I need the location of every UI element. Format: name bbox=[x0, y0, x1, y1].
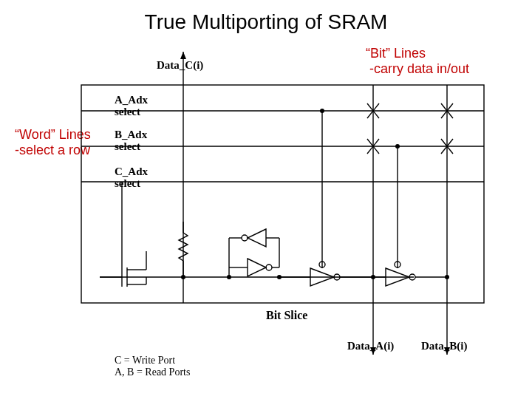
svg-point-36 bbox=[181, 275, 185, 279]
svg-point-40 bbox=[445, 275, 449, 279]
svg-rect-0 bbox=[81, 85, 484, 303]
svg-point-42 bbox=[395, 144, 400, 149]
svg-point-41 bbox=[320, 109, 324, 113]
sram-cell-icon bbox=[229, 229, 279, 277]
nmos-icon bbox=[100, 182, 146, 287]
diagram-stage: True Multiporting of SRAM “Bit” Lines -c… bbox=[0, 0, 532, 399]
tristate-a-icon bbox=[279, 111, 373, 286]
tristate-b-icon bbox=[373, 146, 447, 286]
schematic-svg bbox=[0, 0, 532, 399]
svg-point-38 bbox=[277, 275, 282, 279]
svg-point-39 bbox=[371, 275, 375, 279]
svg-point-37 bbox=[227, 275, 231, 279]
arrowheads-icon bbox=[180, 52, 450, 355]
